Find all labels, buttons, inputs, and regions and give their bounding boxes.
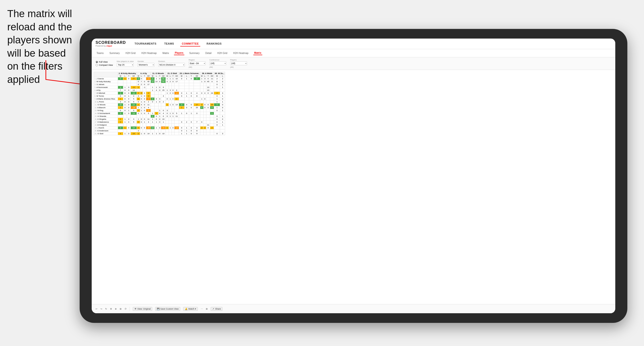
more-options-button[interactable]: ⋯	[201, 308, 203, 310]
cell: 4	[154, 89, 158, 92]
nav-teams[interactable]: TEAMS	[163, 41, 176, 46]
cell: 1	[184, 129, 189, 132]
cell	[150, 92, 154, 95]
nav-committee[interactable]: COMMITTEE	[180, 41, 200, 46]
cell: 0	[214, 83, 220, 86]
cell: 1	[166, 77, 169, 80]
sub-nav-detail[interactable]: Detail	[204, 51, 212, 55]
players-select[interactable]: (All)	[230, 61, 247, 65]
cell	[210, 86, 214, 89]
sub-nav-matrix2[interactable]: Matrix	[253, 51, 262, 55]
cell: 0	[172, 127, 174, 129]
division-select[interactable]: NCAA Division II NCAA Division I NCAA Di…	[158, 63, 185, 67]
cell: 2	[184, 121, 189, 124]
sub-dif4: Dif	[174, 75, 179, 77]
cell: 1	[150, 121, 154, 124]
cell: 0	[127, 106, 131, 109]
cell: 1	[200, 98, 204, 100]
cell: 1	[137, 98, 140, 100]
region-select[interactable]: East - DII (All)	[189, 61, 206, 65]
sub-nav-matrix1[interactable]: Matrix	[162, 51, 170, 55]
sub-nav-h2h-grid2[interactable]: H2H Grid	[216, 51, 228, 55]
cell	[189, 89, 194, 92]
view-original-button[interactable]: 👁 View: Original	[133, 307, 152, 311]
cell	[189, 100, 194, 103]
time-button[interactable]: ⏱	[124, 308, 127, 310]
cell: 1	[137, 103, 140, 106]
cell: 2	[146, 95, 151, 98]
cell	[189, 83, 194, 86]
player-name: 12. A Bianchi	[94, 106, 118, 109]
compact-view-option[interactable]: Compact View	[96, 64, 113, 66]
sub-nav-summary1[interactable]: Summary	[108, 51, 121, 55]
cell: 0	[123, 95, 127, 98]
cell	[161, 92, 166, 95]
cell	[161, 129, 166, 132]
cell	[204, 129, 206, 132]
cell: 2	[214, 92, 220, 95]
nav-tournaments[interactable]: TOURNAMENTS	[133, 41, 158, 46]
sub-nav-players[interactable]: Players	[174, 51, 184, 55]
cell: 3	[161, 95, 166, 98]
cell	[206, 109, 210, 112]
cell: 0	[189, 95, 194, 98]
col-header-woods: 11. G Woods	[150, 72, 166, 75]
players-sub-label: (All)	[230, 66, 247, 68]
tablet-screen: SCOREBOARD Powered by clippd TOURNAMENTS…	[92, 38, 615, 313]
cell	[166, 83, 169, 86]
sub-nav-teams[interactable]: Teams	[96, 51, 104, 55]
refresh-button[interactable]: ↻	[105, 308, 107, 310]
cell: 9	[194, 132, 200, 135]
cell: 0	[158, 121, 161, 124]
share-button[interactable]: ↗ Share	[211, 307, 222, 311]
cell	[184, 124, 189, 127]
cell: 0	[214, 109, 220, 112]
cell	[150, 106, 154, 109]
layout-button[interactable]: ⊞	[120, 308, 122, 310]
undo-button[interactable]: ↩	[96, 308, 98, 310]
cell	[123, 129, 127, 132]
settings-button[interactable]: ⚙	[110, 308, 112, 310]
zoom-button[interactable]: ⊕	[115, 308, 117, 310]
save-custom-button[interactable]: 💾 Save Custom View	[155, 307, 180, 311]
cell: 1	[220, 115, 225, 118]
cell: 1	[154, 86, 158, 89]
cell	[194, 89, 200, 92]
cell: 3	[118, 100, 123, 103]
cell: 5	[146, 112, 151, 115]
full-view-radio[interactable]	[96, 61, 98, 63]
cell	[150, 129, 154, 132]
redo-button[interactable]: ↪	[100, 308, 102, 310]
cell: 0	[179, 121, 184, 124]
sub-nav-h2h-heatmap2[interactable]: H2H Heatmap	[232, 51, 249, 55]
division-select-wrapper: NCAA Division II NCAA Division I NCAA Di…	[158, 63, 185, 67]
cell	[204, 86, 206, 89]
max-players-select[interactable]: Top 25 Top 10 Top 50	[117, 63, 134, 67]
conference-select[interactable]: (All)	[210, 61, 226, 65]
sub-nav-h2h-heatmap1[interactable]: H2H Heatmap	[140, 51, 158, 55]
grid-view-button[interactable]: ⊞	[206, 308, 208, 310]
cell: 0	[154, 98, 158, 100]
cell	[166, 124, 169, 127]
cell: 1	[189, 112, 194, 115]
cell: 0	[214, 118, 220, 121]
compact-view-radio[interactable]	[96, 64, 98, 66]
watch-button[interactable]: 🔔 Watch ▾	[183, 307, 198, 311]
sub-nav-h2h-grid1[interactable]: H2H Grid	[124, 51, 136, 55]
full-view-option[interactable]: Full View	[96, 61, 113, 63]
cell	[130, 115, 136, 118]
gender-select[interactable]: Women's Men's	[138, 63, 154, 67]
cell	[123, 115, 127, 118]
player-name: 17. D Ballesteros	[94, 121, 118, 124]
cell: 1	[150, 89, 154, 92]
cell	[206, 121, 210, 124]
nav-rankings[interactable]: RANKINGS	[205, 41, 223, 46]
cell: 2	[137, 121, 140, 124]
cell	[194, 109, 200, 112]
sub-w1: W	[118, 75, 123, 77]
table-row: 9. A Maria Jimenez Rios 1 0 0 5 1 0 0 -7…	[94, 98, 225, 100]
player-name: 19. J Karnh	[94, 127, 118, 129]
sub-nav-summary2[interactable]: Summary	[188, 51, 200, 55]
cell: 3	[118, 112, 123, 115]
cell: 0	[204, 80, 206, 83]
